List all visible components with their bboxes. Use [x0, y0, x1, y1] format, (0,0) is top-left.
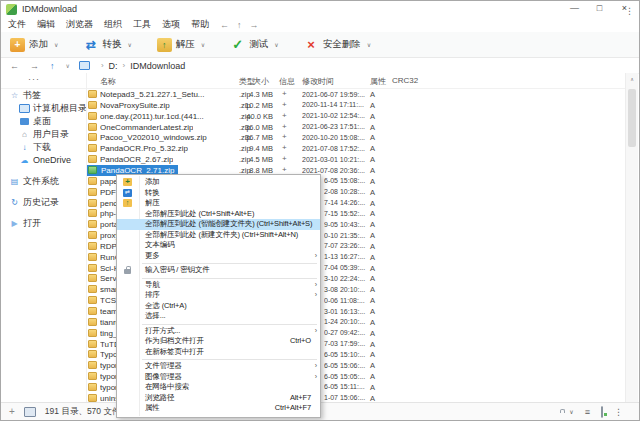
context-menu-item-label: 在新标签页中打开 [145, 347, 204, 356]
toolbar-overflow-icon[interactable]: ⋮ [625, 6, 634, 16]
context-menu-item[interactable]: ↑解压 [117, 198, 320, 209]
menu-bar-item[interactable]: 选项 [162, 18, 180, 31]
context-menu-item[interactable]: 全部解压到此处 (Ctrl+Shift+Alt+E) [117, 209, 320, 220]
details-view-icon[interactable]: ≡ [585, 407, 590, 417]
column-header-name[interactable]: 名称 [100, 76, 116, 87]
chevron-down-icon[interactable]: ∨ [127, 41, 131, 48]
file-name: Pacoo_V202010_windows.zip [100, 133, 207, 142]
menu-bar-item[interactable]: ← [220, 20, 229, 30]
context-menu-item-label: 文本编码 [145, 240, 174, 249]
table-row[interactable]: NovaProxySuite.zip.zip10.2 MB+2020-11-14… [1, 100, 626, 111]
column-header-size[interactable]: 大小 [231, 76, 269, 87]
context-menu-item[interactable]: ⇄转换 [117, 188, 320, 199]
file-size: 4.5 MB [231, 155, 273, 164]
context-menu-item[interactable]: 图像管理器› [117, 372, 320, 383]
up-button[interactable]: ↑ [50, 61, 55, 71]
file-info: + [282, 89, 287, 98]
menu-bar-item[interactable]: 文件 [8, 18, 26, 31]
address-bar: ← → ↑ ∨ › D: › IDMdownload [1, 58, 639, 74]
chevron-down-icon[interactable]: ∨ [274, 41, 278, 48]
table-row[interactable]: PandaOCR_2.67.zip.zip4.5 MB+2021-03-01 1… [1, 154, 626, 165]
file-attr: A [370, 350, 375, 359]
menu-bar-item[interactable]: 工具 [133, 18, 151, 31]
zip-file-icon [88, 231, 97, 239]
toolbar-button-label: 测试 [249, 38, 268, 51]
toolbar-button[interactable]: ↑解压∨ [157, 38, 205, 52]
add-icon[interactable]: + [9, 406, 15, 417]
menu-bar-item[interactable]: ↑ [237, 20, 242, 30]
context-menu-item[interactable]: 排序› [117, 290, 320, 301]
menu-bar-item[interactable]: 帮助 [191, 18, 209, 31]
menu-add-icon: + [123, 178, 132, 186]
toolbar: +添加∨⇄转换∨↑解压∨✓测试∨×安全删除∨ [1, 32, 639, 58]
column-header-crc32[interactable]: CRC32 [392, 76, 418, 85]
back-button[interactable]: ← [10, 61, 19, 71]
table-row[interactable]: Pacoo_V202010_windows.zip.zip36.7 MB+202… [1, 132, 626, 143]
chevron-down-icon[interactable]: ∨ [201, 41, 205, 48]
context-menu-item[interactable]: 全部解压到此处 (新建文件夹) (Ctrl+Shift+Alt+N) [117, 230, 320, 241]
context-menu-item[interactable]: 全选 (Ctrl+A) [117, 301, 320, 312]
table-row[interactable]: Notepad3_5.21.227.1_Setu....zip4.3 MB+20… [1, 89, 626, 100]
minimize-button[interactable]: — [562, 1, 587, 17]
chevron-down-icon[interactable]: ∨ [569, 408, 573, 415]
context-menu-item[interactable]: 属性Ctrl+Alt+F7 [117, 403, 320, 414]
file-modified: 7-07 23:26:... [324, 242, 369, 249]
maximize-button[interactable]: □ [587, 1, 612, 17]
add-archive-icon: + [10, 38, 25, 52]
context-menu-item[interactable]: 作为归档文件打开Ctrl+O [117, 336, 320, 347]
column-header-info[interactable]: 信息 [279, 76, 295, 87]
column-header-attr[interactable]: 属性 [370, 76, 386, 87]
context-menu-item[interactable]: 在新标签页中打开 [117, 347, 320, 358]
chevron-down-icon[interactable]: ∨ [54, 41, 58, 48]
file-info: + [282, 100, 287, 109]
drive-icon [24, 407, 36, 417]
context-menu-item[interactable]: 文本编码 [117, 240, 320, 251]
title-bar: IDMdownload [1, 1, 639, 17]
breadcrumb-drive[interactable]: D: [109, 61, 118, 71]
toolbar-button[interactable]: ✓测试∨ [230, 38, 278, 52]
chevron-down-icon[interactable]: ∨ [367, 41, 371, 48]
menu-bar-item[interactable]: 编辑 [37, 18, 55, 31]
scrollbar-thumb[interactable] [628, 89, 636, 147]
table-row[interactable]: one.day.(2011).tur.1cd.(441....zip40.0 K… [1, 111, 626, 122]
context-menu-item[interactable]: 文件管理器› [117, 361, 320, 372]
context-menu-item[interactable]: 选择... [117, 311, 320, 322]
context-menu-item[interactable]: +添加 [117, 177, 320, 188]
submenu-arrow-icon: › [315, 326, 317, 337]
more-icon[interactable]: ⋮ [614, 407, 623, 417]
menu-bar-item[interactable]: 组织 [104, 18, 122, 31]
column-header-modified[interactable]: 修改时间 [302, 76, 334, 87]
file-attr: A [370, 307, 375, 316]
toolbar-button[interactable]: ⇄转换∨ [83, 38, 131, 52]
history-dropdown-icon[interactable]: ∨ [66, 62, 70, 69]
file-modified: 2020-10-20 15:08:... [302, 134, 372, 141]
scroll-up-icon[interactable]: ∧ [626, 76, 638, 82]
forward-button[interactable]: → [30, 61, 39, 71]
context-menu-item-label: 输入密码 / 密钥文件 [145, 265, 210, 274]
table-row[interactable]: PandaOCR.Pro_5.32.zip.zip9.4 MB+2021-07-… [1, 143, 626, 154]
context-menu-item[interactable]: 输入密码 / 密钥文件 [117, 265, 320, 276]
file-modified: 1-13 16:27:... [324, 253, 369, 260]
file-attr: A [370, 242, 375, 251]
vertical-scrollbar[interactable]: ∧ [625, 73, 638, 402]
breadcrumb-folder[interactable]: IDMdownload [130, 61, 185, 71]
context-menu-item[interactable]: 在网络中搜索 [117, 382, 320, 393]
toolbar-button[interactable]: +添加∨ [10, 38, 58, 52]
context-menu-item[interactable]: 打开方式...› [117, 326, 320, 337]
context-menu-item[interactable]: 浏览路径Alt+F7 [117, 393, 320, 404]
context-menu-item[interactable]: 导航› [117, 280, 320, 291]
extract-icon: ↑ [157, 38, 172, 52]
context-menu-item[interactable]: 更多› [117, 251, 320, 262]
image-view-icon[interactable] [601, 407, 603, 417]
zip-file-icon [88, 133, 97, 141]
context-menu-item-label: 更多 [145, 251, 160, 260]
toolbar-button[interactable]: ×安全删除∨ [304, 38, 371, 52]
menu-bar-item[interactable]: → [250, 20, 259, 30]
menu-bar-item[interactable]: 浏览器 [66, 18, 93, 31]
menu-shortcut: Ctrl+Alt+F7 [275, 403, 311, 414]
zip-file-icon [88, 253, 97, 261]
table-row[interactable]: OneCommanderLatest.zip.zip36.0 MB+2021-0… [1, 122, 626, 133]
context-menu-item[interactable]: 全部解压到此处 (智能创建文件夹) (Ctrl+Shift+Alt+S) [117, 219, 320, 230]
context-menu-item-label: 全部解压到此处 (智能创建文件夹) (Ctrl+Shift+Alt+S) [145, 219, 312, 228]
file-modified: 2021-10-02 12:54:... [302, 112, 372, 119]
